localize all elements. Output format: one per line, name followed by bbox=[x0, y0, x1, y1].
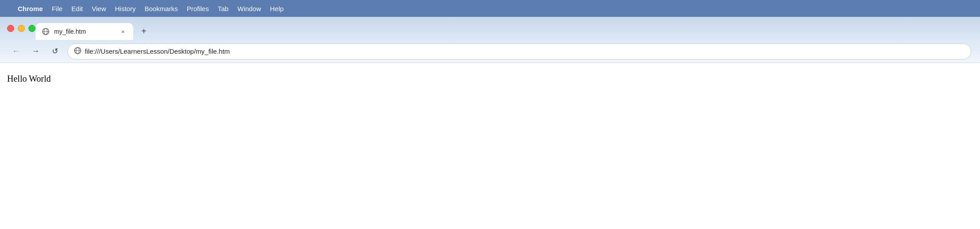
menu-item-file[interactable]: File bbox=[52, 5, 63, 12]
nav-bar: ← → ↺ file:///Users/LearnersLesson/Deskt… bbox=[0, 40, 980, 63]
menu-item-view[interactable]: View bbox=[92, 5, 106, 12]
reload-button[interactable]: ↺ bbox=[48, 44, 62, 59]
traffic-lights bbox=[7, 25, 36, 32]
tab-title: my_file.htm bbox=[54, 28, 115, 35]
close-window-button[interactable] bbox=[7, 25, 14, 32]
content-area: Hello World bbox=[0, 63, 980, 229]
page-hello-world: Hello World bbox=[7, 74, 51, 83]
active-tab[interactable]: my_file.htm × bbox=[36, 23, 133, 40]
tab-close-button[interactable]: × bbox=[119, 28, 127, 36]
back-button[interactable]: ← bbox=[9, 44, 23, 59]
forward-button[interactable]: → bbox=[28, 44, 43, 59]
tab-bar: my_file.htm × + bbox=[0, 17, 980, 40]
menu-item-chrome[interactable]: Chrome bbox=[18, 5, 43, 12]
maximize-window-button[interactable] bbox=[28, 25, 36, 32]
address-bar[interactable]: file:///Users/LearnersLesson/Desktop/my_… bbox=[67, 43, 971, 59]
menu-item-bookmarks[interactable]: Bookmarks bbox=[145, 5, 178, 12]
tab-favicon-icon bbox=[42, 28, 50, 36]
menu-item-window[interactable]: Window bbox=[237, 5, 261, 12]
menu-item-tab[interactable]: Tab bbox=[218, 5, 229, 12]
address-text: file:///Users/LearnersLesson/Desktop/my_… bbox=[85, 47, 964, 55]
new-tab-button[interactable]: + bbox=[137, 24, 151, 38]
menu-item-help[interactable]: Help bbox=[270, 5, 284, 12]
address-favicon-icon bbox=[74, 47, 81, 55]
menu-item-history[interactable]: History bbox=[115, 5, 136, 12]
minimize-window-button[interactable] bbox=[18, 25, 25, 32]
menu-item-edit[interactable]: Edit bbox=[71, 5, 83, 12]
menu-bar: Chrome File Edit View History Bookmarks … bbox=[0, 0, 980, 17]
menu-item-profiles[interactable]: Profiles bbox=[187, 5, 209, 12]
